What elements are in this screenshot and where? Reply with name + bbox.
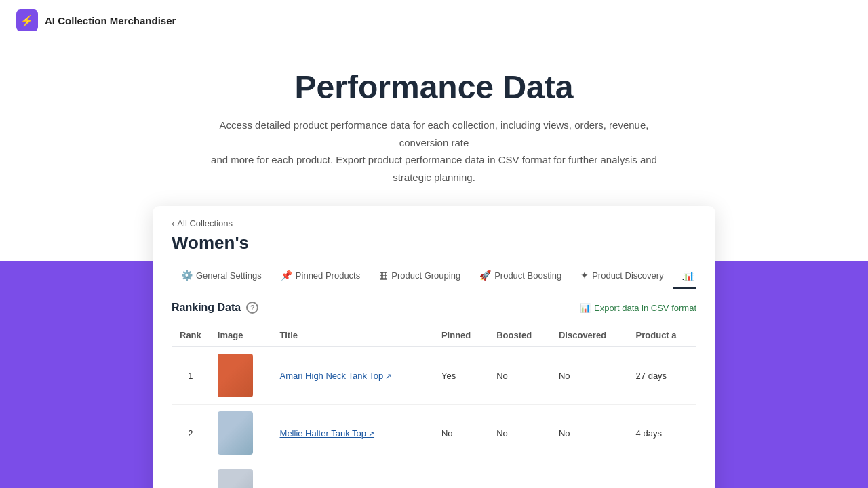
product-image [218,354,253,397]
discovery-icon: ✦ [580,270,589,281]
export-csv-link[interactable]: 📊 Export data in CSV format [580,303,696,313]
product-image [218,469,253,488]
top-navigation: ⚡ AI Collection Merchandiser [0,0,868,41]
product-link[interactable]: Mellie Halter Tank Top [280,428,374,439]
col-header-discovered: Discovered [551,325,628,346]
ranking-header: Ranking Data ? 📊 Export data in CSV form… [172,302,696,314]
cell-title: Mellie Halter Tank Top [272,405,433,462]
product-image [218,411,253,455]
col-header-boosted: Boosted [488,325,551,346]
tab-general-settings[interactable]: ⚙️ General Settings [172,263,271,289]
cell-product-age: 4 days [628,405,696,462]
product-link[interactable]: Ainslee High Neck Tank Top [280,486,397,489]
cell-rank: 1 [172,346,210,405]
app-title: AI Collection Merchandiser [45,15,176,26]
collection-title: Women's [172,232,696,253]
table-header: Rank Image Title Pinned Boosted Discover… [172,325,696,346]
tab-navigation: ⚙️ General Settings 📌 Pinned Products ▦ … [172,263,696,289]
cell-product-age: 267 days [628,462,696,489]
page-title: Performance Data [14,68,854,106]
cell-pinned: No [433,405,488,462]
info-icon[interactable]: ? [246,302,258,314]
cell-image [210,405,272,462]
cell-pinned: Yes [433,346,488,405]
purple-right-bg [712,261,868,488]
ranking-table: Rank Image Title Pinned Boosted Discover… [172,325,696,488]
ranking-section-title: Ranking Data [172,302,241,314]
main-card: ‹ All Collections Women's ⚙️ General Set… [153,206,715,488]
cell-title: Ainslee High Neck Tank Top [272,462,433,489]
cell-boosted: No [488,462,551,489]
cell-pinned: No [433,462,488,489]
ranking-title-row: Ranking Data ? [172,302,258,314]
cell-boosted: No [488,405,551,462]
ranking-data-section: Ranking Data ? 📊 Export data in CSV form… [153,289,715,488]
export-icon: 📊 [580,303,591,313]
back-to-collections-link[interactable]: ‹ All Collections [172,218,696,228]
cell-discovered: No [551,462,628,489]
cell-rank: 3 [172,462,210,489]
col-header-title: Title [272,325,433,346]
table-row: 2Mellie Halter Tank TopNoNoNo4 days [172,405,696,462]
col-header-pinned: Pinned [433,325,488,346]
tab-product-boosting[interactable]: 🚀 Product Boosting [470,263,571,289]
gear-icon: ⚙️ [181,270,193,281]
tab-pinned-products[interactable]: 📌 Pinned Products [271,263,370,289]
chevron-left-icon: ‹ [172,218,174,228]
cell-discovered: No [551,405,628,462]
product-link[interactable]: Amari High Neck Tank Top [280,371,392,381]
cell-discovered: No [551,346,628,405]
grid-icon: ▦ [379,270,388,281]
table-row: 3Ainslee High Neck Tank TopNoNoNo267 day… [172,462,696,489]
cell-rank: 2 [172,405,210,462]
tab-product-discovery[interactable]: ✦ Product Discovery [571,263,673,289]
col-header-rank: Rank [172,325,210,346]
chart-icon: 📊 [683,270,694,281]
cell-image [210,462,272,489]
table-body: 1Amari High Neck Tank TopYesNoNo27 days2… [172,346,696,488]
tab-ranking-data[interactable]: 📊 Ranking Data [673,263,696,289]
col-header-image: Image [210,325,272,346]
cell-product-age: 27 days [628,346,696,405]
purple-left-bg [0,261,156,488]
cell-title: Amari High Neck Tank Top [272,346,433,405]
pin-icon: 📌 [281,270,292,281]
table-row: 1Amari High Neck Tank TopYesNoNo27 days [172,346,696,405]
tab-product-grouping[interactable]: ▦ Product Grouping [370,263,470,289]
col-header-product-age: Product a [628,325,696,346]
hero-section: Performance Data Access detailed product… [0,41,868,206]
cell-image [210,346,272,405]
app-logo-icon: ⚡ [16,9,38,31]
card-header: ‹ All Collections Women's ⚙️ General Set… [153,206,715,289]
cell-boosted: No [488,346,551,405]
hero-description: Access detailed product performance data… [197,117,671,186]
boost-icon: 🚀 [479,270,491,281]
